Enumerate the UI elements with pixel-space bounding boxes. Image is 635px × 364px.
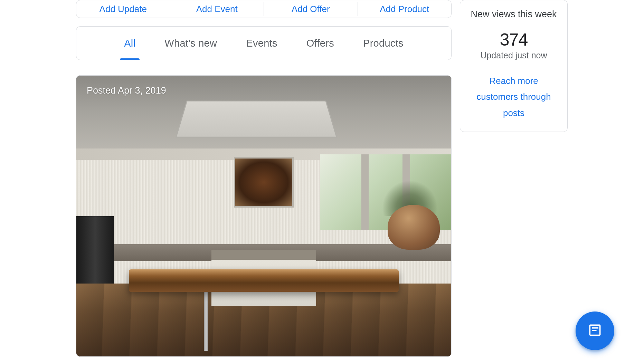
- reach-customers-link[interactable]: Reach more customers through posts: [468, 73, 559, 121]
- tabs-container: All What's new Events Offers Products: [76, 26, 452, 60]
- add-event-button[interactable]: Add Event: [170, 1, 264, 17]
- post-icon: [587, 323, 603, 339]
- post-date-label: Posted Apr 3, 2019: [87, 85, 166, 96]
- tab-whats-new[interactable]: What's new: [162, 27, 220, 59]
- tab-all[interactable]: All: [121, 27, 138, 59]
- add-update-button[interactable]: Add Update: [76, 1, 170, 17]
- tab-events[interactable]: Events: [243, 27, 280, 59]
- views-card: New views this week 374 Updated just now…: [460, 0, 568, 132]
- post-card[interactable]: Posted Apr 3, 2019: [76, 75, 452, 357]
- add-product-button[interactable]: Add Product: [358, 1, 452, 17]
- views-count: 374: [468, 30, 559, 50]
- views-updated: Updated just now: [468, 50, 559, 60]
- views-title: New views this week: [468, 7, 559, 21]
- post-image: [76, 76, 451, 356]
- tab-offers[interactable]: Offers: [304, 27, 337, 59]
- action-bar: Add Update Add Event Add Offer Add Produ…: [76, 0, 452, 18]
- tab-products[interactable]: Products: [360, 27, 406, 59]
- create-post-fab[interactable]: [576, 312, 614, 350]
- add-offer-button[interactable]: Add Offer: [264, 1, 358, 17]
